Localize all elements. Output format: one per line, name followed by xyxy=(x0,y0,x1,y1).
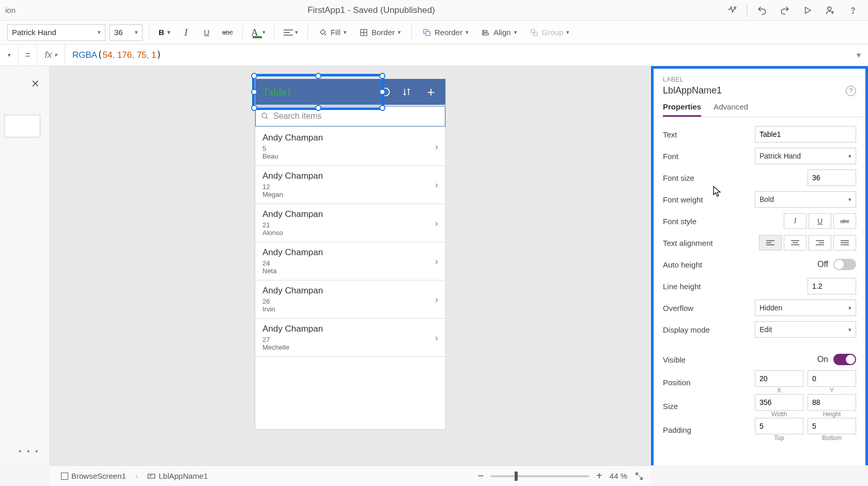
prop-text-input[interactable] xyxy=(755,126,856,143)
app-title-label[interactable]: Table1 xyxy=(262,86,373,99)
border-icon xyxy=(359,28,368,37)
fontstyle-underline-button[interactable]: U xyxy=(809,213,831,229)
tab-advanced[interactable]: Advanced xyxy=(714,102,748,117)
health-check-icon[interactable] xyxy=(722,1,741,20)
phone-preview: Table1 + Search items Andy Champan 5 Bea… xyxy=(255,79,446,430)
status-bar: BrowseScreen1 › LblAppName1 − + 44 % xyxy=(50,465,651,486)
prop-label-displaymode: Display mode xyxy=(663,325,750,334)
canvas-area[interactable]: Table1 + Search items Andy Champan 5 Bea… xyxy=(50,66,651,465)
prop-padding-bottom[interactable] xyxy=(808,418,856,434)
fill-button[interactable]: Fill▾ xyxy=(314,24,351,41)
help-badge-icon[interactable]: ? xyxy=(846,86,856,96)
screen-thumbnail[interactable] xyxy=(4,115,40,137)
font-color-button[interactable]: A ▾ xyxy=(249,24,268,41)
prop-size-width[interactable] xyxy=(755,394,803,411)
prop-label-fontsize: Font size xyxy=(663,174,802,182)
search-placeholder: Search items xyxy=(273,112,321,121)
fx-button[interactable]: fx▾ xyxy=(37,44,65,66)
expand-formula-icon[interactable]: ▾ xyxy=(849,50,868,60)
fontstyle-strike-button[interactable]: abc xyxy=(833,213,856,229)
chevron-right-icon[interactable]: › xyxy=(435,217,438,228)
align-right-button[interactable] xyxy=(809,235,831,250)
search-box[interactable]: Search items xyxy=(255,106,445,127)
add-icon[interactable]: + xyxy=(424,84,438,100)
svg-line-18 xyxy=(266,117,268,119)
strikethrough-button[interactable]: abc xyxy=(219,24,236,41)
chevron-right-icon[interactable]: › xyxy=(435,141,438,152)
list-item[interactable]: Andy Champan 21 Alonso › xyxy=(255,204,445,242)
prop-position-x[interactable] xyxy=(755,370,803,387)
prop-padding-top[interactable] xyxy=(755,418,803,434)
close-pane-icon[interactable]: ✕ xyxy=(31,77,40,90)
title-fragment: ion xyxy=(0,6,21,14)
chevron-right-icon[interactable]: › xyxy=(435,294,438,305)
align-center-button[interactable] xyxy=(784,235,807,250)
list-item[interactable]: Andy Champan 27 Mechelle › xyxy=(255,319,445,357)
breadcrumb-control[interactable]: LblAppName1 xyxy=(143,472,212,480)
font-size-dropdown[interactable]: 36▾ xyxy=(110,24,143,41)
prop-lineheight-input[interactable] xyxy=(808,278,856,294)
chevron-right-icon[interactable]: › xyxy=(435,332,438,343)
prop-label-size: Size xyxy=(663,402,750,411)
text-align-button[interactable]: ▾ xyxy=(281,24,301,41)
font-family-dropdown[interactable]: Patrick Hand▾ xyxy=(7,24,105,41)
prop-overflow-select[interactable]: Hidden▾ xyxy=(755,300,856,316)
screen-icon xyxy=(61,473,68,480)
autoheight-toggle[interactable] xyxy=(833,259,856,270)
prop-size-height[interactable] xyxy=(808,394,856,411)
svg-point-17 xyxy=(262,113,267,118)
svg-rect-11 xyxy=(426,32,430,36)
zoom-in-button[interactable]: + xyxy=(596,470,602,482)
svg-rect-14 xyxy=(484,33,488,35)
sort-icon[interactable] xyxy=(402,87,416,97)
redo-icon[interactable] xyxy=(775,1,795,20)
fontstyle-italic-button[interactable]: I xyxy=(784,213,807,229)
control-type-label: LABEL xyxy=(663,76,856,83)
prop-fontsize-input[interactable] xyxy=(808,169,856,186)
chevron-right-icon[interactable]: › xyxy=(435,179,438,190)
breadcrumb-screen[interactable]: BrowseScreen1 xyxy=(57,472,130,480)
zoom-out-button[interactable]: − xyxy=(477,470,484,482)
svg-rect-13 xyxy=(484,30,487,32)
list-item[interactable]: Andy Champan 5 Beau › xyxy=(255,128,445,166)
left-tree-pane: ✕ • • • xyxy=(0,66,50,465)
zoom-slider[interactable] xyxy=(491,475,589,477)
user-icon[interactable] xyxy=(820,1,840,20)
reorder-button[interactable]: Reorder▾ xyxy=(418,24,473,41)
undo-icon[interactable] xyxy=(752,1,772,20)
property-selector[interactable]: ▾ xyxy=(0,44,19,66)
svg-point-2 xyxy=(828,7,831,10)
more-icon[interactable]: • • • xyxy=(19,447,40,456)
align-left-button[interactable] xyxy=(759,235,782,250)
equals-sign: = xyxy=(19,44,37,66)
help-icon[interactable] xyxy=(843,1,863,20)
list-item[interactable]: Andy Champan 12 Megan › xyxy=(255,166,445,204)
formula-input[interactable]: RGBA(54, 176, 75, 1) xyxy=(65,50,849,60)
visible-toggle[interactable] xyxy=(833,354,856,365)
bold-button[interactable]: B▾ xyxy=(156,24,174,41)
list-item[interactable]: Andy Champan 26 Irvin › xyxy=(255,280,445,319)
fit-screen-icon[interactable] xyxy=(634,472,644,481)
prop-displaymode-select[interactable]: Edit▾ xyxy=(755,321,856,338)
align-button[interactable]: Align▾ xyxy=(477,24,521,41)
tab-properties[interactable]: Properties xyxy=(663,102,701,117)
border-button[interactable]: Border▾ xyxy=(355,24,405,41)
visible-state: On xyxy=(817,355,828,364)
prop-label-visible: Visible xyxy=(663,355,812,364)
italic-button[interactable]: I xyxy=(178,24,194,41)
prop-font-select[interactable]: Patrick Hand▾ xyxy=(755,148,856,164)
refresh-icon[interactable] xyxy=(380,87,395,97)
align-justify-button[interactable] xyxy=(833,235,856,250)
prop-label-overflow: Overflow xyxy=(663,304,750,312)
formatting-toolbar: Patrick Hand▾ 36▾ B▾ I U abc A ▾ ▾ Fill▾… xyxy=(0,21,868,44)
underline-button[interactable]: U xyxy=(198,24,215,41)
app-header: Table1 + xyxy=(255,79,445,105)
chevron-right-icon[interactable]: › xyxy=(435,256,438,266)
list-item[interactable]: Andy Champan 24 Neta › xyxy=(255,242,445,280)
play-icon[interactable] xyxy=(798,1,817,20)
prop-fontweight-select[interactable]: Bold▾ xyxy=(755,191,856,208)
reorder-icon xyxy=(422,28,431,37)
prop-label-textalign: Text alignment xyxy=(663,239,754,247)
prop-position-y[interactable] xyxy=(808,370,856,387)
label-icon xyxy=(147,473,156,480)
